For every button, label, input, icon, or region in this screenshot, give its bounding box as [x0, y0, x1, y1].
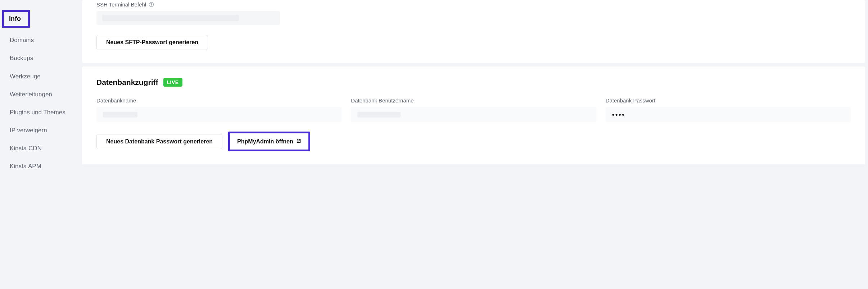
database-access-section: Datenbankzugriff LIVE Datenbankname Date… — [82, 66, 865, 164]
sidebar-item-kinsta-apm[interactable]: Kinsta APM — [0, 157, 82, 175]
db-name-label: Datenbankname — [96, 97, 342, 104]
help-icon[interactable] — [148, 2, 154, 8]
sidebar-item-domains[interactable]: Domains — [0, 31, 82, 49]
db-username-value-placeholder — [357, 112, 401, 118]
db-name-value-placeholder — [103, 112, 137, 118]
db-name-field — [96, 107, 342, 122]
open-phpmyadmin-highlight: PhpMyAdmin öffnen — [228, 132, 310, 151]
main-content: SSH Terminal Befehl Neues SFTP-Passwort … — [82, 0, 868, 289]
sidebar-item-kinsta-cdn[interactable]: Kinsta CDN — [0, 139, 82, 157]
generate-sftp-password-button[interactable]: Neues SFTP-Passwort generieren — [96, 35, 208, 50]
db-fields-row: Datenbankname Datenbank Benutzername Dat… — [96, 97, 851, 122]
generate-db-password-button[interactable]: Neues Datenbank Passwort generieren — [96, 134, 222, 149]
sidebar-item-info-highlight: Info — [2, 10, 30, 28]
db-username-label: Datenbank Benutzername — [351, 97, 596, 104]
db-password-masked: •••• — [612, 111, 625, 119]
db-username-column: Datenbank Benutzername — [351, 97, 596, 122]
db-actions-row: Neues Datenbank Passwort generieren PhpM… — [96, 132, 851, 151]
ssh-section: SSH Terminal Befehl Neues SFTP-Passwort … — [82, 0, 865, 63]
db-section-header: Datenbankzugriff LIVE — [96, 78, 851, 87]
sidebar: Info Domains Backups Werkzeuge Weiterlei… — [0, 0, 82, 289]
db-password-label: Datenbank Passwort — [606, 97, 851, 104]
external-link-icon — [296, 138, 301, 144]
db-username-field — [351, 107, 596, 122]
ssh-command-value-placeholder — [102, 15, 239, 21]
live-badge: LIVE — [163, 78, 182, 87]
ssh-command-label-text: SSH Terminal Befehl — [96, 1, 146, 8]
app-layout: Info Domains Backups Werkzeuge Weiterlei… — [0, 0, 868, 289]
open-phpmyadmin-label: PhpMyAdmin öffnen — [237, 139, 293, 144]
ssh-command-field — [96, 11, 280, 25]
sidebar-item-redirects[interactable]: Weiterleitungen — [0, 86, 82, 104]
db-password-field: •••• — [606, 107, 851, 122]
sidebar-item-info[interactable]: Info — [9, 15, 21, 23]
db-section-title: Datenbankzugriff — [96, 78, 158, 87]
db-name-column: Datenbankname — [96, 97, 342, 122]
sidebar-item-tools[interactable]: Werkzeuge — [0, 68, 82, 86]
sidebar-item-backups[interactable]: Backups — [0, 49, 82, 67]
svg-point-1 — [151, 5, 152, 6]
open-phpmyadmin-button[interactable]: PhpMyAdmin öffnen — [231, 134, 308, 149]
sidebar-item-ip-deny[interactable]: IP verweigern — [0, 121, 82, 139]
db-password-column: Datenbank Passwort •••• — [606, 97, 851, 122]
ssh-command-label: SSH Terminal Befehl — [96, 1, 851, 8]
sidebar-item-plugins-themes[interactable]: Plugins und Themes — [0, 104, 82, 121]
